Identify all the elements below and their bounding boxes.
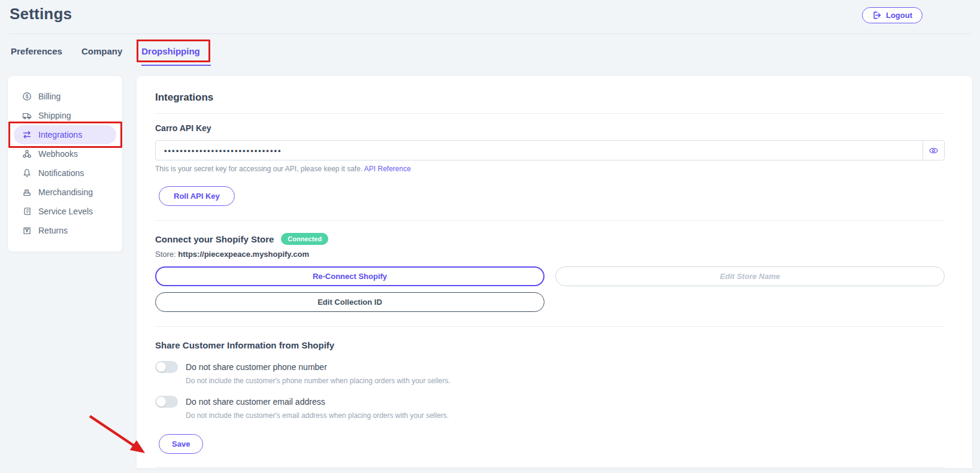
sidebar-item-notifications[interactable]: Notifications <box>14 163 116 183</box>
logout-icon <box>872 11 881 20</box>
billing-dollar-icon: $ <box>22 92 32 101</box>
settings-sidebar: $ Billing Shipping Integrations Webhooks <box>8 76 122 251</box>
sidebar-item-webhooks[interactable]: Webhooks <box>14 144 116 163</box>
logout-button[interactable]: Logout <box>862 7 922 23</box>
store-label: Store: <box>155 250 176 259</box>
notifications-bell-icon <box>22 168 32 178</box>
merchandising-register-icon <box>22 187 32 197</box>
toggle-knob <box>156 362 166 372</box>
sidebar-item-label: Shipping <box>38 111 71 120</box>
sidebar-item-shipping[interactable]: Shipping <box>14 106 116 125</box>
active-tab-underline <box>141 65 211 66</box>
sidebar-item-label: Notifications <box>38 168 84 178</box>
share-email-toggle-label: Do not share customer email address <box>186 397 325 407</box>
carro-api-key-section: Carro API Key This is your secret key fo… <box>155 123 945 220</box>
tab-preferences[interactable]: Preferences <box>11 46 62 56</box>
integrations-panel: Integrations Carro API Key This is your … <box>137 76 972 468</box>
settings-tabs: Preferences Company Dropshipping <box>0 34 980 56</box>
service-levels-document-icon <box>22 207 32 216</box>
shopify-buttons: Re-Connect Shopify Edit Store Name Edit … <box>155 266 945 312</box>
returns-box-icon <box>22 226 32 235</box>
carro-api-key-input-group <box>155 140 945 160</box>
sidebar-item-billing[interactable]: $ Billing <box>14 87 116 106</box>
section-divider <box>155 113 945 114</box>
sidebar-item-label: Returns <box>38 226 68 235</box>
tab-company[interactable]: Company <box>81 46 122 56</box>
shopify-section-heading: Connect your Shopify Store <box>155 234 274 244</box>
edit-collection-id-button[interactable]: Edit Collection ID <box>155 292 545 312</box>
store-url-line: Store: https://piecexpeace.myshopify.com <box>155 250 945 259</box>
carro-helper-text: This is your secret key for accessing ou… <box>155 165 362 173</box>
tab-dropshipping-label: Dropshipping <box>141 46 200 56</box>
store-url: https://piecexpeace.myshopify.com <box>178 250 309 259</box>
page-title: Settings <box>10 5 72 23</box>
sidebar-item-returns[interactable]: Returns <box>14 221 116 240</box>
logout-label: Logout <box>886 11 912 20</box>
sidebar-item-label: Integrations <box>38 130 82 140</box>
tab-dropshipping[interactable]: Dropshipping <box>141 46 200 56</box>
carro-api-key-helper: This is your secret key for accessing ou… <box>155 165 945 173</box>
share-email-helper: Do not include the customer's email addr… <box>186 411 945 420</box>
section-divider <box>155 326 945 327</box>
sidebar-item-label: Webhooks <box>38 149 78 159</box>
webhooks-icon <box>22 149 32 159</box>
roll-api-key-button[interactable]: Roll API Key <box>159 186 235 206</box>
share-phone-helper: Do not include the customer's phone numb… <box>186 377 945 385</box>
content-area: $ Billing Shipping Integrations Webhooks <box>0 76 980 468</box>
shopify-connected-badge: Connected <box>281 233 328 245</box>
sidebar-item-label: Billing <box>38 92 61 101</box>
section-divider <box>155 467 945 468</box>
edit-store-name-button[interactable]: Edit Store Name <box>555 266 945 286</box>
reconnect-shopify-button[interactable]: Re-Connect Shopify <box>155 266 545 286</box>
sidebar-item-label: Service Levels <box>38 207 93 216</box>
api-reference-link[interactable]: API Reference <box>364 165 411 173</box>
share-section-heading: Share Customer Information from Shopify <box>155 340 334 350</box>
sidebar-item-merchandising[interactable]: Merchandising <box>14 183 116 202</box>
toggle-row-email: Do not share customer email address Do n… <box>155 396 945 420</box>
header: Settings Logout <box>0 0 980 34</box>
toggle-row-phone: Do not share customer phone number Do no… <box>155 361 945 385</box>
carro-api-key-label: Carro API Key <box>155 123 945 133</box>
toggle-knob <box>156 397 166 407</box>
eye-icon <box>928 145 939 156</box>
save-button[interactable]: Save <box>159 434 203 454</box>
share-customer-info-section: Share Customer Information from Shopify … <box>155 340 945 467</box>
shipping-truck-icon <box>22 111 32 120</box>
sidebar-item-label: Merchandising <box>38 187 93 197</box>
integrations-swap-icon <box>22 130 32 140</box>
carro-api-key-input[interactable] <box>156 141 922 160</box>
share-email-toggle[interactable] <box>155 396 178 408</box>
reveal-key-button[interactable] <box>922 141 944 160</box>
sidebar-item-integrations[interactable]: Integrations <box>14 125 116 144</box>
shopify-store-section: Connect your Shopify Store Connected Sto… <box>155 233 945 312</box>
share-phone-toggle[interactable] <box>155 361 178 373</box>
section-divider <box>155 220 945 221</box>
svg-text:$: $ <box>25 93 28 99</box>
share-phone-toggle-label: Do not share customer phone number <box>186 362 327 372</box>
panel-title: Integrations <box>155 92 945 104</box>
sidebar-item-service-levels[interactable]: Service Levels <box>14 202 116 221</box>
